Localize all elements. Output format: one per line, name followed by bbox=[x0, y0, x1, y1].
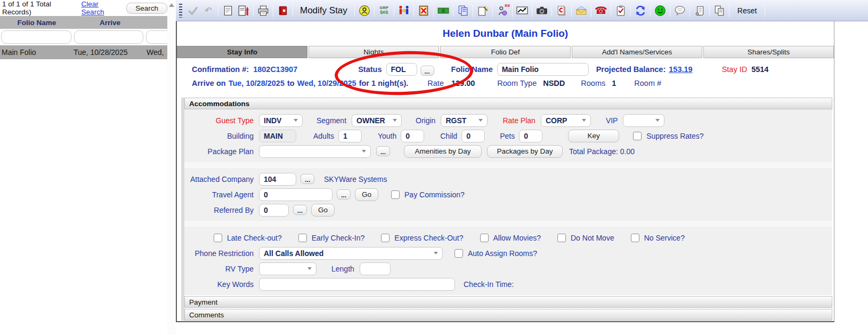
rv-type-select[interactable] bbox=[259, 262, 317, 275]
depart-filter-input[interactable] bbox=[146, 30, 167, 44]
chart-icon[interactable] bbox=[516, 5, 528, 17]
copy-pages-icon[interactable] bbox=[457, 5, 469, 17]
segment-select[interactable]: OWNER bbox=[352, 114, 402, 127]
origin-select[interactable]: RGST bbox=[441, 114, 488, 127]
packages-by-day-button[interactable]: Packages by Day bbox=[487, 145, 563, 158]
referred-by-input[interactable]: 0 bbox=[259, 204, 289, 217]
cancel-clipboard-icon[interactable] bbox=[418, 5, 429, 17]
results-header-row: Folio Name Arrive bbox=[0, 16, 167, 29]
guest-type-select[interactable]: INDV bbox=[259, 114, 303, 127]
column-header-arrive[interactable]: Arrive bbox=[74, 16, 147, 29]
early-check-in-label: Early Check-In? bbox=[312, 234, 365, 242]
accommodations-section-header[interactable]: Accommodations bbox=[184, 98, 832, 109]
panel-scrollbar[interactable] bbox=[167, 0, 176, 335]
task-clipboard-icon[interactable] bbox=[615, 5, 627, 17]
toolbar-separator bbox=[394, 4, 394, 17]
search-button[interactable]: Search bbox=[126, 3, 167, 14]
pay-commission-label: Pay Commission? bbox=[404, 190, 465, 199]
key-words-input[interactable] bbox=[259, 278, 455, 291]
tab-nights[interactable]: Nights bbox=[309, 46, 439, 58]
rate-plan-select[interactable]: CORP bbox=[541, 114, 591, 127]
payment-section-header[interactable]: Payment bbox=[184, 296, 832, 308]
late-check-out-checkbox[interactable] bbox=[214, 234, 222, 242]
status-lookup-button[interactable]: ... bbox=[420, 66, 434, 76]
column-header-folio-name[interactable]: Folio Name bbox=[0, 16, 74, 29]
copy-documents-icon[interactable] bbox=[713, 5, 725, 17]
tab-shares-splits[interactable]: Shares/Splits bbox=[703, 46, 834, 58]
travel-agent-lookup-button[interactable]: ... bbox=[337, 189, 351, 200]
suppress-rates-checkbox[interactable] bbox=[633, 132, 642, 140]
guest-satisfaction-icon[interactable] bbox=[654, 5, 666, 17]
status-input[interactable]: FOL bbox=[386, 63, 417, 76]
package-plan-select[interactable] bbox=[259, 145, 371, 158]
receipt-scroll-icon[interactable] bbox=[694, 5, 705, 17]
attached-company-input[interactable]: 104 bbox=[259, 173, 296, 186]
email-envelope-icon[interactable] bbox=[575, 5, 587, 17]
reset-button[interactable]: Reset bbox=[733, 6, 761, 15]
guest-profile-icon[interactable] bbox=[359, 5, 370, 17]
folio-name-filter-input[interactable] bbox=[1, 30, 71, 44]
toolbar-separator bbox=[551, 4, 552, 17]
confirm-check-icon[interactable] bbox=[187, 5, 199, 17]
undo-icon[interactable]: ↶ bbox=[202, 5, 214, 17]
accommodations-group: Accommodations Guest Type INDV Segment O… bbox=[181, 98, 832, 321]
travel-agent-input[interactable]: 0 bbox=[259, 188, 332, 201]
document-notes-icon[interactable] bbox=[222, 5, 234, 17]
share-guests-icon[interactable] bbox=[398, 5, 410, 17]
travel-agent-go-button[interactable]: Go bbox=[355, 188, 378, 201]
package-plan-lookup-button[interactable]: ... bbox=[376, 146, 390, 156]
check-in-document-icon[interactable] bbox=[238, 5, 249, 17]
phone-restriction-select[interactable]: All Calls Allowed bbox=[259, 247, 443, 260]
auto-assign-rooms-checkbox[interactable] bbox=[455, 249, 463, 258]
adults-input[interactable]: 1 bbox=[338, 130, 362, 142]
printer-icon[interactable] bbox=[257, 5, 269, 17]
early-check-in-checkbox[interactable] bbox=[298, 234, 307, 242]
projected-balance-label: Projected Balance: bbox=[596, 65, 666, 74]
cash-payment-icon[interactable] bbox=[437, 5, 449, 17]
child-input[interactable]: 0 bbox=[461, 130, 485, 142]
do-not-move-checkbox[interactable] bbox=[557, 234, 566, 242]
key-button[interactable]: Key bbox=[568, 130, 619, 142]
vip-label: VIP bbox=[606, 116, 618, 125]
vip-select[interactable] bbox=[623, 114, 664, 127]
pets-input[interactable]: 0 bbox=[519, 130, 542, 142]
tab-stay-info[interactable]: Stay Info bbox=[177, 46, 307, 58]
building-input[interactable]: MAIN bbox=[259, 130, 296, 142]
clear-search-link[interactable]: Clear Search bbox=[82, 0, 121, 16]
red-book-icon[interactable] bbox=[277, 5, 289, 17]
registration-card-icon[interactable] bbox=[556, 5, 567, 17]
result-row-main-folio[interactable]: Main Folio Tue, 10/28/2025 Wed, bbox=[0, 45, 167, 59]
length-input[interactable] bbox=[360, 262, 391, 275]
referred-by-lookup-button[interactable]: ... bbox=[293, 205, 307, 215]
scroll-up-arrow-icon[interactable] bbox=[169, 3, 174, 7]
tab-addl-names-services[interactable]: Add'l Names/Services bbox=[572, 46, 702, 58]
express-check-out-checkbox[interactable] bbox=[381, 234, 390, 242]
toolbar-drag-handle-icon[interactable] bbox=[179, 4, 182, 18]
depart-date: Wed, 10/29/2025 bbox=[297, 79, 356, 87]
refresh-icon[interactable] bbox=[635, 5, 646, 17]
allow-movies-checkbox[interactable] bbox=[480, 234, 489, 242]
toolbar-separator bbox=[453, 4, 453, 17]
wakeup-call-icon[interactable]: Ktl bbox=[497, 5, 508, 17]
folio-name-input[interactable]: Main Folio bbox=[497, 63, 589, 76]
comments-section-header[interactable]: Comments bbox=[184, 309, 832, 321]
page-wizard-icon[interactable] bbox=[477, 5, 489, 17]
amenities-by-day-button[interactable]: Amenities by Day bbox=[404, 145, 482, 158]
projected-balance-link[interactable]: 153.19 bbox=[669, 65, 692, 74]
toolbar-separator bbox=[611, 4, 611, 17]
pay-commission-checkbox[interactable] bbox=[391, 190, 400, 199]
camera-icon[interactable] bbox=[536, 5, 548, 17]
comments-bubble-icon[interactable] bbox=[674, 5, 686, 17]
do-not-move-label: Do Not Move bbox=[571, 234, 614, 242]
youth-input[interactable]: 0 bbox=[401, 130, 424, 142]
no-service-checkbox[interactable] bbox=[631, 234, 639, 242]
referred-by-go-button[interactable]: Go bbox=[311, 204, 335, 217]
attached-company-lookup-button[interactable]: ... bbox=[301, 174, 314, 184]
arrive-filter-input[interactable] bbox=[74, 30, 143, 44]
ktl-icon-text: Ktl bbox=[505, 4, 509, 7]
tab-folio-def[interactable]: Folio Def bbox=[440, 46, 571, 58]
phone-icon[interactable]: ☎ bbox=[595, 5, 607, 17]
group-billing-icon[interactable]: GRP $¢$ bbox=[378, 5, 390, 17]
toolbar-separator bbox=[709, 4, 710, 17]
toolbar-separator bbox=[512, 4, 513, 17]
